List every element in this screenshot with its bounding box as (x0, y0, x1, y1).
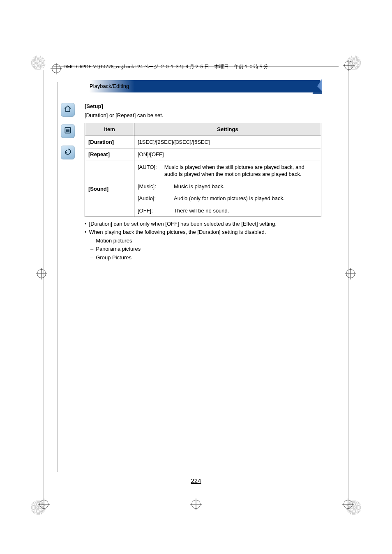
print-corner-decoration (31, 55, 46, 70)
contents-button[interactable] (61, 124, 75, 138)
print-guide-line (58, 82, 58, 472)
page-content: [Setup] [Duration] or [Repeat] can be se… (85, 103, 321, 261)
print-guide-line (348, 70, 348, 501)
row-sound-value: [AUTO]: Music is played when the still p… (134, 161, 321, 217)
row-sound-label: [Sound] (85, 161, 134, 217)
table-header-item: Item (85, 123, 134, 136)
sound-option-key: [Music]: (138, 183, 166, 190)
note-dash: Motion pictures (90, 237, 321, 245)
sound-option-desc: Music is played when the still pictures … (164, 164, 318, 178)
section-banner: Playback/Editing (82, 80, 321, 92)
note-bullet: [Duration] can be set only when [OFF] ha… (85, 220, 321, 228)
print-header-fileinfo: DMC-G6PDF-VQT4Z78_eng.book 224 ページ ２０１３年… (63, 63, 268, 70)
page-number: 224 (0, 477, 392, 484)
back-button[interactable] (61, 145, 75, 159)
note-dash: Group Pictures (90, 254, 321, 261)
sound-option-key: [Audio]: (138, 195, 166, 202)
back-arrow-icon (64, 148, 72, 157)
table-header-settings: Settings (134, 123, 321, 136)
registration-mark-icon (39, 500, 48, 509)
print-guide-line (44, 70, 44, 501)
table-row: [Duration] [1SEC]/[2SEC]/[3SEC]/[5SEC] (85, 136, 321, 148)
note-bullet: When playing back the following pictures… (85, 229, 321, 236)
sound-option-desc: There will be no sound. (174, 207, 229, 215)
sound-option: [OFF]: There will be no sound. (138, 207, 318, 215)
home-button[interactable] (61, 103, 75, 117)
sound-option-key: [OFF]: (138, 207, 166, 215)
sound-option-key: [AUTO]: (138, 164, 157, 178)
sound-option-desc: Music is played back. (174, 183, 225, 190)
setup-heading: [Setup] (85, 103, 321, 110)
breadcrumb: Playback/Editing (90, 83, 129, 89)
banner-accent-decoration (312, 78, 322, 94)
registration-mark-icon (344, 61, 353, 70)
note-dash: Panorama pictures (90, 245, 321, 253)
sidebar-icon-strip (61, 103, 75, 159)
list-icon (64, 126, 72, 136)
registration-mark-icon (37, 269, 46, 278)
notes-block: [Duration] can be set only when [OFF] ha… (85, 220, 321, 261)
sound-option-desc: Audio (only for motion pictures) is play… (174, 195, 285, 202)
registration-mark-icon (191, 500, 201, 509)
registration-mark-icon (344, 500, 353, 509)
registration-mark-icon (346, 269, 355, 278)
settings-table: Item Settings [Duration] [1SEC]/[2SEC]/[… (85, 123, 321, 217)
row-duration-label: [Duration] (85, 136, 134, 148)
row-repeat-value: [ON]/[OFF] (134, 148, 321, 161)
home-icon (64, 105, 72, 115)
sound-option: [Music]: Music is played back. (138, 183, 318, 190)
table-row: [Sound] [AUTO]: Music is played when the… (85, 161, 321, 217)
sound-option: [AUTO]: Music is played when the still p… (138, 164, 318, 178)
setup-subtext: [Duration] or [Repeat] can be set. (85, 112, 321, 119)
row-repeat-label: [Repeat] (85, 148, 134, 161)
sound-option: [Audio]: Audio (only for motion pictures… (138, 195, 318, 202)
registration-mark-icon (52, 64, 61, 73)
table-row: [Repeat] [ON]/[OFF] (85, 148, 321, 161)
row-duration-value: [1SEC]/[2SEC]/[3SEC]/[5SEC] (134, 136, 321, 148)
